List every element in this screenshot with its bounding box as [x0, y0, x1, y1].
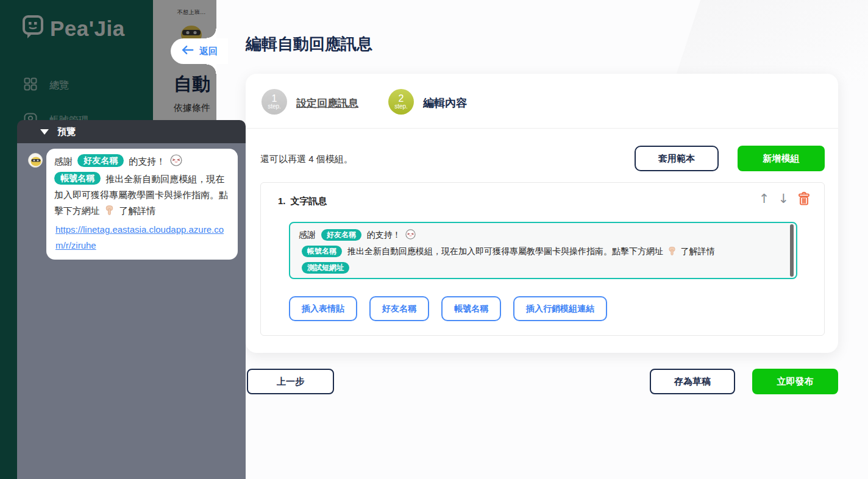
step-2-label: 編輯內容	[423, 96, 467, 110]
main-content: 編輯自動回應訊息 1 step. 設定回應訊息 2 step. 編輯內容 還可以…	[216, 0, 868, 479]
message-line-1: 感謝 好友名稱 的支持！	[54, 154, 230, 171]
back-button-label: 返回	[199, 46, 218, 57]
editor-text: 了解詳情	[681, 246, 715, 256]
insert-emoji-button[interactable]: 插入表情貼	[289, 296, 357, 321]
module-type: 文字訊息	[291, 196, 327, 207]
account-name-tag: 帳號名稱	[302, 246, 342, 257]
pill-corner-bottom	[207, 64, 216, 74]
pill-corner-top	[207, 29, 216, 38]
preview-header[interactable]: 預覽	[17, 120, 246, 143]
step-1-word: step.	[268, 103, 281, 110]
apply-template-button[interactable]: 套用範本	[635, 146, 719, 171]
message-link[interactable]: https://linetag.eastasia.cloudapp.azure.…	[54, 222, 230, 254]
editor-line-2: 帳號名稱 推出全新自動回應模組，現在加入即可獲得專屬教學圖卡與操作指南。點擊下方…	[299, 244, 781, 260]
preview-panel: 預覽 感謝 好友名稱 的支持！	[17, 120, 246, 479]
save-draft-button[interactable]: 存為草稿	[650, 369, 735, 394]
card-divider	[246, 128, 838, 129]
point-down-icon	[104, 204, 115, 221]
module-box: 1. 文字訊息 ↑ ↓	[260, 182, 825, 336]
step-1-badge: 1 step.	[261, 89, 287, 115]
step-2-number: 2	[399, 94, 404, 103]
message-text: 的支持！	[129, 156, 165, 166]
step-1-link[interactable]: 設定回應訊息	[296, 96, 358, 110]
app-root: 編輯自動回應訊息 1 step. 設定回應訊息 2 step. 編輯內容 還可以…	[0, 0, 868, 479]
step-2-badge: 2 step.	[388, 89, 414, 115]
friend-name-tag: 好友名稱	[321, 229, 361, 241]
insert-marketing-link-button[interactable]: 插入行銷模組連結	[513, 296, 607, 321]
message-text-editor[interactable]: 感謝 好友名稱 的支持！ 帳號名稱 推出全新自	[289, 222, 797, 279]
editor-text: 的支持！	[367, 230, 401, 240]
step-1-number: 1	[272, 94, 277, 103]
module-actions: ↑ ↓	[759, 191, 811, 206]
message-line-2: 帳號名稱 推出全新自動回應模組，現在加入即可獲得專屬教學圖卡與操作指南。點擊下方…	[54, 171, 230, 221]
chat-message-bubble: 感謝 好友名稱 的支持！ 帳號名稱 推出全新自動回應模組，現在加入即可獲得專屬教…	[46, 149, 238, 260]
move-down-icon[interactable]: ↓	[778, 193, 789, 205]
move-up-icon[interactable]: ↑	[759, 193, 770, 205]
publish-button[interactable]: 立即發布	[752, 369, 838, 394]
preview-body: 感謝 好友名稱 的支持！ 帳號名稱 推出全新自動回應模組，現在加入即可獲得專屬教…	[17, 143, 246, 479]
insert-account-name-button[interactable]: 帳號名稱	[441, 296, 501, 321]
step-2-word: step.	[394, 103, 408, 110]
account-name-tag: 帳號名稱	[54, 172, 101, 185]
module-title: 1. 文字訊息	[278, 196, 327, 207]
laugh-emoji-icon	[170, 154, 182, 171]
collapse-triangle-icon	[40, 129, 49, 135]
laugh-emoji-icon	[405, 229, 416, 244]
point-down-icon	[667, 246, 677, 260]
short-url-tag: 測試短網址	[302, 262, 349, 274]
editor-card: 1 step. 設定回應訊息 2 step. 編輯內容 還可以再選 4 個模組。…	[246, 74, 838, 353]
friend-name-tag: 好友名稱	[77, 154, 124, 167]
editor-text: 感謝	[299, 230, 316, 240]
insert-button-row: 插入表情貼 好友名稱 帳號名稱 插入行銷模組連結	[289, 296, 607, 321]
message-text: 感謝	[54, 156, 73, 166]
page-title: 編輯自動回應訊息	[246, 34, 372, 55]
back-button[interactable]: 返回	[171, 38, 228, 64]
editor-line-1: 感謝 好友名稱 的支持！	[299, 227, 781, 244]
message-text: 了解詳情	[119, 205, 155, 216]
add-module-button[interactable]: 新增模組	[738, 146, 825, 171]
preview-title: 預覽	[57, 126, 76, 138]
editor-scrollbar[interactable]	[790, 224, 794, 277]
previous-step-button[interactable]: 上一步	[247, 369, 334, 394]
module-remaining-hint: 還可以再選 4 個模組。	[260, 154, 353, 165]
trash-icon[interactable]	[797, 191, 811, 206]
back-arrow-icon	[181, 44, 194, 58]
module-index: 1.	[278, 196, 286, 207]
insert-friend-name-button[interactable]: 好友名稱	[369, 296, 429, 321]
editor-text: 推出全新自動回應模組，現在加入即可獲得專屬教學圖卡與操作指南。點擊下方網址	[347, 246, 663, 256]
editor-line-3: 測試短網址	[299, 260, 781, 275]
avatar	[28, 153, 43, 168]
